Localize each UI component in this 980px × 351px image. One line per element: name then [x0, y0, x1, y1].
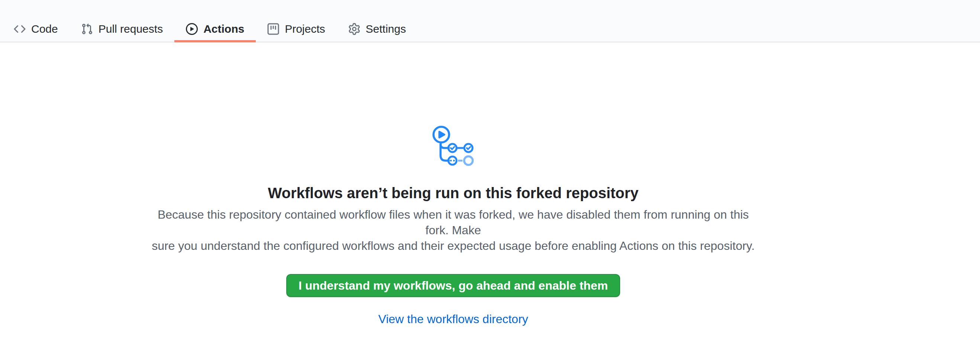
- enable-button-row: I understand my workflows, go ahead and …: [0, 274, 907, 297]
- tab-code[interactable]: Code: [2, 0, 70, 42]
- tab-code-label: Code: [31, 24, 58, 35]
- tab-projects-label: Projects: [285, 24, 325, 35]
- gear-icon: [348, 23, 360, 35]
- blankslate-title: Workflows aren’t being run on this forke…: [0, 184, 907, 202]
- tab-projects[interactable]: Projects: [256, 0, 336, 42]
- play-icon: [186, 23, 198, 35]
- enable-workflows-button[interactable]: I understand my workflows, go ahead and …: [286, 274, 620, 297]
- repo-tab-nav: Code Pull requests Actions Projects Sett…: [0, 0, 980, 42]
- workflow-graph-icon: [0, 125, 907, 168]
- project-icon: [267, 23, 279, 35]
- description-line-2: sure you understand the configured workf…: [152, 239, 755, 253]
- tab-pull-requests[interactable]: Pull requests: [70, 0, 174, 42]
- tab-pull-requests-label: Pull requests: [99, 24, 163, 35]
- workflows-link-row: View the workflows directory: [0, 311, 907, 327]
- description-line-1: Because this repository contained workfl…: [158, 208, 749, 237]
- tab-actions[interactable]: Actions: [174, 0, 256, 42]
- blankslate-description: Because this repository contained workfl…: [145, 207, 762, 254]
- git-pull-request-icon: [81, 23, 93, 35]
- actions-blankslate: Workflows aren’t being run on this forke…: [0, 42, 907, 327]
- view-workflows-directory-link[interactable]: View the workflows directory: [378, 311, 528, 327]
- tab-settings-label: Settings: [366, 24, 406, 35]
- code-icon: [14, 23, 25, 35]
- tab-settings[interactable]: Settings: [337, 0, 417, 42]
- main-content: Workflows aren’t being run on this forke…: [0, 42, 980, 327]
- tab-actions-label: Actions: [204, 24, 244, 35]
